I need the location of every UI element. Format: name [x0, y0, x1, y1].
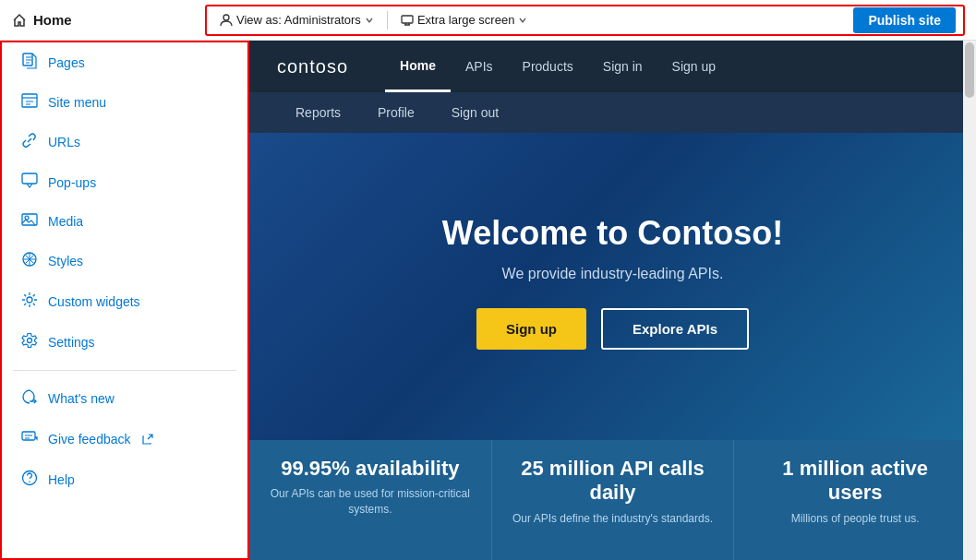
toolbar-divider	[387, 11, 388, 30]
view-as-button[interactable]: View as: Administrators	[214, 9, 380, 30]
hero-subtitle: We provide industry-leading APIs.	[502, 266, 724, 282]
subnav-item-sign-out[interactable]: Sign out	[433, 92, 517, 133]
sidebar-item-settings[interactable]: Settings	[6, 323, 244, 362]
stats-section: 99.95% availability Our APIs can be used…	[249, 440, 976, 560]
stat-desc-api-calls: Our APIs define the industry's standards…	[512, 511, 713, 527]
sidebar-label-custom-widgets: Custom widgets	[48, 294, 140, 309]
sidebar-item-urls[interactable]: URLs	[6, 123, 244, 161]
custom-widgets-icon	[20, 292, 39, 312]
svg-point-8	[27, 297, 32, 303]
sidebar-label-site-menu: Site menu	[48, 95, 106, 110]
sidebar-item-pop-ups[interactable]: Pop-ups	[6, 163, 244, 201]
screen-size-button[interactable]: Extra large screen	[395, 9, 534, 30]
hero-title: Welcome to Contoso!	[442, 214, 783, 253]
site-subnav: Reports Profile Sign out	[249, 92, 976, 133]
styles-icon	[20, 251, 39, 271]
svg-point-12	[29, 481, 30, 483]
nav-item-sign-in[interactable]: Sign in	[588, 41, 657, 92]
scrollbar-thumb[interactable]	[965, 42, 974, 98]
scrollbar-track[interactable]	[963, 41, 976, 560]
hero-explore-button[interactable]: Explore APIs	[601, 308, 749, 350]
home-title: Home	[11, 12, 196, 29]
stat-value-active-users: 1 million active users	[753, 457, 958, 506]
svg-rect-5	[22, 214, 37, 225]
sidebar-label-pages: Pages	[48, 55, 85, 70]
subnav-item-profile[interactable]: Profile	[359, 92, 433, 133]
sidebar-item-give-feedback[interactable]: Give feedback	[6, 420, 244, 459]
monitor-icon	[401, 14, 414, 27]
sidebar-label-give-feedback: Give feedback	[48, 432, 131, 447]
sidebar-item-help[interactable]: Help	[6, 460, 244, 499]
sidebar-divider	[13, 370, 236, 371]
publish-site-button[interactable]: Publish site	[853, 7, 956, 33]
sidebar-label-styles: Styles	[48, 254, 83, 268]
site-preview: contoso Home APIs Products Sign in Sign …	[249, 41, 976, 560]
nav-item-home[interactable]: Home	[385, 41, 451, 92]
stat-item-api-calls: 25 million API calls daily Our APIs defi…	[492, 440, 735, 560]
user-icon	[220, 14, 233, 27]
svg-point-0	[223, 15, 229, 20]
site-nav: contoso Home APIs Products Sign in Sign …	[249, 41, 976, 92]
svg-point-9	[28, 339, 32, 343]
subnav-item-reports[interactable]: Reports	[277, 92, 359, 133]
sidebar: Pages Site menu URLs	[0, 41, 249, 560]
help-icon	[20, 470, 39, 490]
preview-area: contoso Home APIs Products Sign in Sign …	[249, 41, 976, 560]
chevron-down-icon-2	[518, 16, 527, 25]
svg-rect-4	[22, 173, 37, 184]
nav-item-products[interactable]: Products	[508, 41, 588, 92]
sidebar-label-media: Media	[48, 214, 83, 229]
sidebar-label-whats-new: What's new	[48, 391, 114, 406]
site-logo: contoso	[277, 56, 348, 77]
stat-item-availability: 99.95% availability Our APIs can be used…	[249, 440, 492, 560]
site-hero: Welcome to Contoso! We provide industry-…	[249, 133, 976, 440]
main-area: Pages Site menu URLs	[0, 41, 976, 560]
sidebar-label-settings: Settings	[48, 335, 95, 350]
media-icon	[20, 212, 39, 231]
sidebar-item-site-menu[interactable]: Site menu	[6, 84, 244, 121]
hero-buttons: Sign up Explore APIs	[476, 308, 749, 350]
nav-item-apis[interactable]: APIs	[451, 41, 508, 92]
settings-icon	[20, 332, 39, 352]
svg-rect-1	[402, 16, 413, 23]
sidebar-item-styles[interactable]: Styles	[6, 242, 244, 280]
svg-rect-3	[22, 94, 37, 107]
toolbar-frame: View as: Administrators Extra large scre…	[205, 5, 965, 36]
sidebar-item-pages[interactable]: Pages	[6, 43, 244, 82]
sidebar-item-whats-new[interactable]: What's new	[6, 379, 244, 418]
stat-value-availability: 99.95% availability	[281, 457, 459, 481]
sidebar-label-help: Help	[48, 472, 75, 487]
hero-signup-button[interactable]: Sign up	[476, 308, 586, 350]
screen-label: Extra large screen	[417, 13, 515, 27]
urls-icon	[20, 132, 39, 152]
nav-item-sign-up[interactable]: Sign up	[657, 41, 730, 92]
stat-desc-availability: Our APIs can be used for mission-critica…	[268, 486, 473, 518]
stat-desc-active-users: Millions of people trust us.	[791, 511, 920, 527]
pop-ups-icon	[20, 173, 39, 192]
home-icon	[11, 12, 28, 29]
nav-links: Home APIs Products Sign in Sign up	[385, 41, 948, 92]
view-as-label: View as: Administrators	[236, 13, 361, 27]
site-menu-icon	[20, 93, 39, 112]
sidebar-label-urls: URLs	[48, 135, 80, 149]
stat-item-active-users: 1 million active users Millions of peopl…	[734, 440, 976, 560]
sidebar-label-pop-ups: Pop-ups	[48, 175, 96, 190]
external-link-icon	[142, 434, 153, 445]
pages-icon	[20, 53, 39, 73]
whats-new-icon	[20, 388, 39, 409]
home-label: Home	[33, 12, 72, 28]
chevron-down-icon	[365, 16, 374, 25]
svg-point-6	[25, 216, 29, 220]
give-feedback-icon	[20, 429, 39, 449]
sidebar-item-custom-widgets[interactable]: Custom widgets	[6, 282, 244, 321]
top-bar: Home View as: Administrators Extra large…	[0, 0, 976, 41]
stat-value-api-calls: 25 million API calls daily	[511, 457, 716, 506]
sidebar-item-media[interactable]: Media	[6, 203, 244, 240]
